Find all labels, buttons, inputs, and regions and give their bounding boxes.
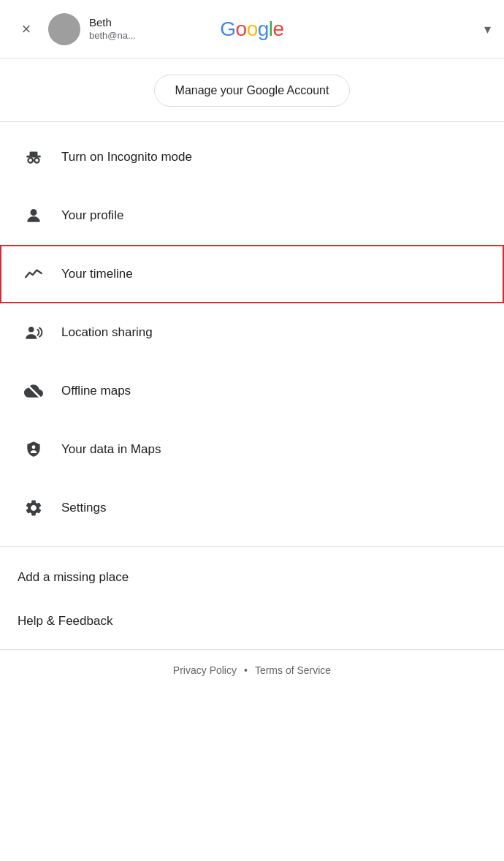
svg-point-2 [28, 158, 33, 163]
svg-point-6 [31, 209, 37, 216]
menu-item-your-data[interactable]: Your data in Maps [0, 420, 504, 479]
your-data-icon [18, 433, 50, 466]
manage-account-section: Manage your Google Account [0, 58, 504, 122]
location-sharing-icon [18, 316, 50, 349]
divider-1 [0, 546, 504, 547]
footer: Privacy Policy • Terms of Service [0, 649, 504, 691]
google-logo: Google [220, 18, 283, 41]
menu-section: Turn on Incognito mode Your profile Your… [0, 122, 504, 543]
close-button[interactable]: × [13, 16, 39, 42]
menu-label-settings: Settings [61, 501, 106, 515]
menu-item-incognito[interactable]: Turn on Incognito mode [0, 128, 504, 186]
menu-item-settings[interactable]: Settings [0, 479, 504, 537]
terms-of-service-link[interactable]: Terms of Service [255, 664, 331, 676]
logo-g: G [220, 18, 235, 41]
logo-o1: o [236, 18, 247, 41]
header: × Beth beth@na... Google ▾ [0, 0, 504, 58]
close-icon: × [22, 20, 31, 39]
manage-account-button[interactable]: Manage your Google Account [154, 75, 351, 107]
profile-icon [18, 200, 50, 232]
timeline-icon [18, 258, 50, 290]
svg-point-7 [28, 327, 34, 333]
menu-label-location-sharing: Location sharing [61, 325, 153, 340]
user-email: beth@na... [89, 30, 136, 42]
settings-icon [18, 492, 50, 524]
avatar-image [48, 13, 80, 45]
user-info: Beth beth@na... [89, 15, 136, 42]
menu-item-help[interactable]: Help & Feedback [0, 599, 504, 643]
incognito-icon [18, 141, 50, 173]
menu-label-incognito: Turn on Incognito mode [61, 150, 192, 164]
menu-item-location-sharing[interactable]: Location sharing [0, 303, 504, 362]
menu-label-help: Help & Feedback [18, 614, 112, 629]
footer-dot: • [244, 664, 248, 676]
menu-label-offline-maps: Offline maps [61, 384, 131, 398]
logo-o2: o [247, 18, 258, 41]
text-menu-section: Add a missing place Help & Feedback [0, 550, 504, 649]
user-name: Beth [89, 15, 136, 30]
header-right: ▾ [484, 21, 491, 37]
logo-g2: g [258, 18, 269, 41]
svg-rect-1 [30, 151, 38, 156]
avatar [48, 13, 80, 45]
menu-label-your-data: Your data in Maps [61, 442, 161, 457]
svg-point-9 [32, 445, 36, 449]
privacy-policy-link[interactable]: Privacy Policy [173, 664, 237, 676]
menu-label-add-place: Add a missing place [18, 570, 129, 585]
menu-item-profile[interactable]: Your profile [0, 186, 504, 245]
menu-item-timeline[interactable]: Your timeline [0, 245, 504, 303]
menu-item-offline-maps[interactable]: Offline maps [0, 362, 504, 420]
offline-maps-icon [18, 375, 50, 407]
dropdown-arrow-icon[interactable]: ▾ [484, 21, 491, 37]
logo-e: e [273, 18, 284, 41]
svg-point-3 [34, 158, 39, 163]
menu-item-add-place[interactable]: Add a missing place [0, 555, 504, 599]
header-left: × Beth beth@na... [13, 13, 136, 45]
menu-label-timeline: Your timeline [61, 267, 133, 281]
menu-label-profile: Your profile [61, 208, 123, 223]
